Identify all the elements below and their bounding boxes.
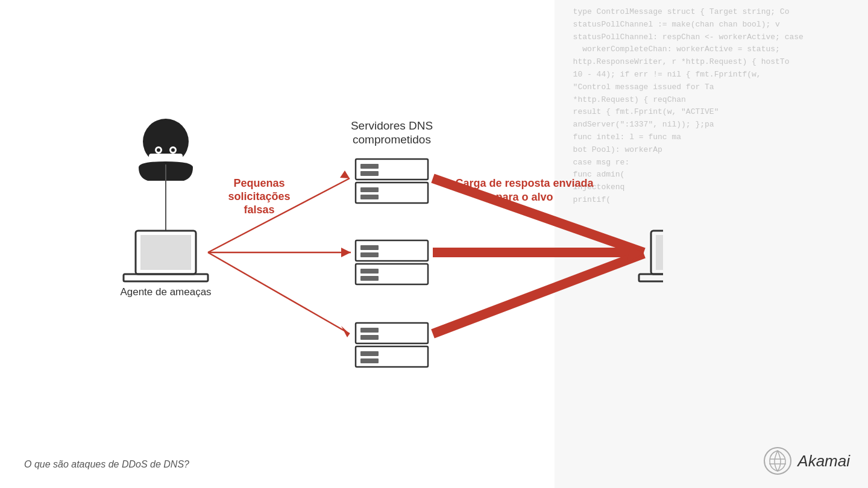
dns-server-3-bot-bar2 — [360, 358, 379, 363]
large-response-label-line1: Carga de resposta enviada — [455, 177, 594, 189]
main-diagram: Agente de ameaças Pequenas solicitações … — [0, 0, 663, 488]
dns-server-2-bot-bar2 — [360, 276, 379, 281]
arrow-dns3-to-target — [433, 254, 644, 334]
bottom-question: O que são ataques de DDoS de DNS? — [24, 459, 189, 470]
arrowhead-attacker-dns2 — [341, 248, 351, 257]
dns-server-2-top-bar1 — [360, 245, 379, 250]
dns-server-1-top-bar2 — [360, 171, 379, 176]
target-laptop-screen-fill — [656, 235, 663, 270]
dns-server-2-top-bar2 — [360, 252, 379, 257]
target-laptop-base — [639, 274, 663, 281]
arrowhead-attacker-dns1 — [340, 170, 350, 178]
attacker-pupil-right — [171, 148, 175, 152]
small-requests-label-line2: solicitações — [228, 190, 290, 202]
dns-server-1-bot-bar1 — [360, 187, 379, 192]
attacker-label: Agente de ameaças — [120, 286, 211, 298]
dns-server-1-top-bar1 — [360, 164, 379, 169]
attacker-pupil-left — [157, 148, 160, 152]
akamai-logo-text: Akamai — [797, 452, 850, 471]
small-requests-label-line1: Pequenas — [233, 177, 285, 189]
attacker-laptop-screen-fill — [140, 235, 191, 270]
akamai-logo: Akamai — [763, 446, 850, 476]
dns-server-2-bottom — [356, 264, 428, 284]
dns-server-2-top — [356, 240, 428, 261]
arrow-attacker-to-dns1 — [208, 178, 350, 252]
dns-server-1-bottom — [356, 183, 428, 203]
arrow-attacker-to-dns3 — [208, 252, 350, 334]
dns-server-2-bot-bar1 — [360, 269, 379, 274]
arrowhead-attacker-dns3 — [341, 326, 350, 337]
dns-server-1-bot-bar2 — [360, 195, 379, 199]
small-requests-label-line3: falsas — [244, 204, 274, 216]
dns-server-3-top-bar2 — [360, 335, 379, 340]
dns-servers-label-line2: comprometidos — [353, 133, 431, 146]
dns-server-3-top-bar1 — [360, 328, 379, 333]
dns-server-3-bottom — [356, 346, 428, 367]
akamai-logo-icon — [763, 446, 793, 476]
dns-server-3-top — [356, 323, 428, 343]
attacker-laptop-base — [124, 274, 208, 281]
arrow-dns1-to-target — [433, 178, 644, 252]
dns-servers-label-line1: Servidores DNS — [351, 119, 433, 132]
dns-server-3-bot-bar1 — [360, 351, 379, 356]
attacker-mask-band — [149, 154, 183, 162]
dns-server-1-top — [356, 159, 428, 180]
